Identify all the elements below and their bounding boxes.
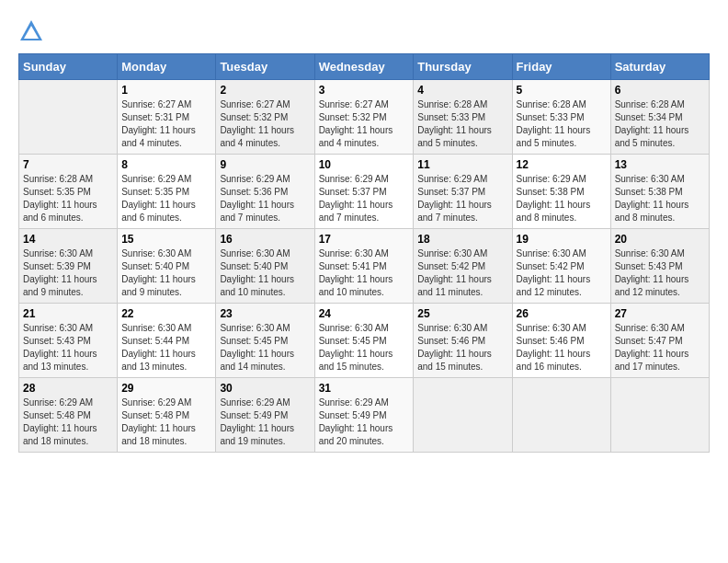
calendar-cell: 24Sunrise: 6:30 AM Sunset: 5:45 PM Dayli… (314, 304, 414, 378)
day-number: 6 (615, 84, 705, 97)
day-info: Sunrise: 6:30 AM Sunset: 5:41 PM Dayligh… (319, 247, 410, 299)
calendar-cell: 29Sunrise: 6:29 AM Sunset: 5:48 PM Dayli… (118, 378, 216, 453)
calendar-cell: 25Sunrise: 6:30 AM Sunset: 5:46 PM Dayli… (414, 304, 512, 378)
calendar-cell (512, 378, 610, 453)
day-number: 24 (319, 307, 410, 320)
day-number: 5 (517, 84, 607, 97)
day-number: 21 (23, 307, 113, 320)
calendar-cell: 31Sunrise: 6:29 AM Sunset: 5:49 PM Dayli… (314, 378, 414, 453)
calendar-cell: 11Sunrise: 6:29 AM Sunset: 5:37 PM Dayli… (414, 155, 512, 229)
day-number: 1 (121, 84, 211, 97)
day-header-monday: Monday (118, 54, 216, 80)
calendar-week-2: 7Sunrise: 6:28 AM Sunset: 5:35 PM Daylig… (19, 155, 710, 229)
day-number: 26 (517, 307, 607, 320)
day-info: Sunrise: 6:30 AM Sunset: 5:47 PM Dayligh… (615, 322, 705, 373)
calendar-cell: 20Sunrise: 6:30 AM Sunset: 5:43 PM Dayli… (610, 229, 709, 304)
day-info: Sunrise: 6:29 AM Sunset: 5:49 PM Dayligh… (220, 396, 310, 448)
calendar-header: SundayMondayTuesdayWednesdayThursdayFrid… (19, 54, 710, 80)
day-number: 19 (517, 233, 607, 246)
calendar-week-3: 14Sunrise: 6:30 AM Sunset: 5:39 PM Dayli… (19, 229, 710, 304)
day-info: Sunrise: 6:29 AM Sunset: 5:35 PM Dayligh… (121, 173, 211, 224)
day-number: 18 (417, 233, 507, 246)
day-number: 9 (220, 158, 310, 171)
day-info: Sunrise: 6:30 AM Sunset: 5:42 PM Dayligh… (417, 247, 507, 299)
day-info: Sunrise: 6:30 AM Sunset: 5:39 PM Dayligh… (23, 247, 113, 299)
day-info: Sunrise: 6:29 AM Sunset: 5:37 PM Dayligh… (417, 173, 507, 224)
calendar-cell: 1Sunrise: 6:27 AM Sunset: 5:31 PM Daylig… (118, 80, 216, 155)
calendar-cell (610, 378, 709, 453)
day-info: Sunrise: 6:30 AM Sunset: 5:38 PM Dayligh… (615, 173, 705, 224)
days-header-row: SundayMondayTuesdayWednesdayThursdayFrid… (19, 54, 710, 80)
day-info: Sunrise: 6:30 AM Sunset: 5:40 PM Dayligh… (220, 247, 310, 299)
day-number: 23 (220, 307, 310, 320)
day-header-thursday: Thursday (414, 54, 512, 80)
calendar-cell: 23Sunrise: 6:30 AM Sunset: 5:45 PM Dayli… (216, 304, 314, 378)
day-info: Sunrise: 6:30 AM Sunset: 5:46 PM Dayligh… (517, 322, 607, 373)
day-info: Sunrise: 6:28 AM Sunset: 5:33 PM Dayligh… (417, 98, 507, 150)
day-number: 31 (319, 382, 410, 395)
calendar-cell: 7Sunrise: 6:28 AM Sunset: 5:35 PM Daylig… (19, 155, 118, 229)
day-number: 4 (417, 84, 507, 97)
day-info: Sunrise: 6:30 AM Sunset: 5:43 PM Dayligh… (23, 322, 113, 373)
day-number: 30 (220, 382, 310, 395)
day-number: 3 (319, 84, 410, 97)
calendar-week-1: 1Sunrise: 6:27 AM Sunset: 5:31 PM Daylig… (19, 80, 710, 155)
day-info: Sunrise: 6:30 AM Sunset: 5:45 PM Dayligh… (220, 322, 310, 373)
day-header-wednesday: Wednesday (314, 54, 414, 80)
day-header-tuesday: Tuesday (216, 54, 314, 80)
calendar-cell: 26Sunrise: 6:30 AM Sunset: 5:46 PM Dayli… (512, 304, 610, 378)
day-number: 22 (121, 307, 211, 320)
calendar-cell: 2Sunrise: 6:27 AM Sunset: 5:32 PM Daylig… (216, 80, 314, 155)
page-header (18, 18, 710, 44)
calendar-cell: 28Sunrise: 6:29 AM Sunset: 5:48 PM Dayli… (19, 378, 118, 453)
day-info: Sunrise: 6:28 AM Sunset: 5:34 PM Dayligh… (615, 98, 705, 150)
day-number: 13 (615, 158, 705, 171)
day-info: Sunrise: 6:28 AM Sunset: 5:35 PM Dayligh… (23, 173, 113, 224)
calendar-cell: 6Sunrise: 6:28 AM Sunset: 5:34 PM Daylig… (610, 80, 709, 155)
day-number: 20 (615, 233, 705, 246)
day-info: Sunrise: 6:30 AM Sunset: 5:45 PM Dayligh… (319, 322, 410, 373)
day-info: Sunrise: 6:27 AM Sunset: 5:32 PM Dayligh… (220, 98, 310, 150)
day-number: 27 (615, 307, 705, 320)
day-info: Sunrise: 6:30 AM Sunset: 5:46 PM Dayligh… (417, 322, 507, 373)
calendar-cell: 8Sunrise: 6:29 AM Sunset: 5:35 PM Daylig… (118, 155, 216, 229)
day-info: Sunrise: 6:30 AM Sunset: 5:42 PM Dayligh… (517, 247, 607, 299)
day-number: 29 (121, 382, 211, 395)
day-info: Sunrise: 6:29 AM Sunset: 5:37 PM Dayligh… (319, 173, 410, 224)
calendar-cell: 4Sunrise: 6:28 AM Sunset: 5:33 PM Daylig… (414, 80, 512, 155)
day-info: Sunrise: 6:29 AM Sunset: 5:38 PM Dayligh… (517, 173, 607, 224)
calendar-cell: 10Sunrise: 6:29 AM Sunset: 5:37 PM Dayli… (314, 155, 414, 229)
calendar-week-4: 21Sunrise: 6:30 AM Sunset: 5:43 PM Dayli… (19, 304, 710, 378)
calendar-cell: 17Sunrise: 6:30 AM Sunset: 5:41 PM Dayli… (314, 229, 414, 304)
day-number: 12 (517, 158, 607, 171)
calendar-cell: 22Sunrise: 6:30 AM Sunset: 5:44 PM Dayli… (118, 304, 216, 378)
day-number: 14 (23, 233, 113, 246)
calendar-cell: 14Sunrise: 6:30 AM Sunset: 5:39 PM Dayli… (19, 229, 118, 304)
calendar-table: SundayMondayTuesdayWednesdayThursdayFrid… (18, 53, 710, 453)
logo (18, 18, 48, 44)
calendar-cell: 3Sunrise: 6:27 AM Sunset: 5:32 PM Daylig… (314, 80, 414, 155)
calendar-cell: 13Sunrise: 6:30 AM Sunset: 5:38 PM Dayli… (610, 155, 709, 229)
day-info: Sunrise: 6:28 AM Sunset: 5:33 PM Dayligh… (517, 98, 607, 150)
day-number: 16 (220, 233, 310, 246)
calendar-cell: 21Sunrise: 6:30 AM Sunset: 5:43 PM Dayli… (19, 304, 118, 378)
calendar-cell: 16Sunrise: 6:30 AM Sunset: 5:40 PM Dayli… (216, 229, 314, 304)
day-header-friday: Friday (512, 54, 610, 80)
day-number: 10 (319, 158, 410, 171)
day-info: Sunrise: 6:27 AM Sunset: 5:32 PM Dayligh… (319, 98, 410, 150)
day-info: Sunrise: 6:29 AM Sunset: 5:49 PM Dayligh… (319, 396, 410, 448)
calendar-cell (19, 80, 118, 155)
day-header-saturday: Saturday (610, 54, 709, 80)
day-info: Sunrise: 6:30 AM Sunset: 5:43 PM Dayligh… (615, 247, 705, 299)
day-info: Sunrise: 6:27 AM Sunset: 5:31 PM Dayligh… (121, 98, 211, 150)
calendar-week-5: 28Sunrise: 6:29 AM Sunset: 5:48 PM Dayli… (19, 378, 710, 453)
day-header-sunday: Sunday (19, 54, 118, 80)
day-info: Sunrise: 6:30 AM Sunset: 5:44 PM Dayligh… (121, 322, 211, 373)
calendar-body: 1Sunrise: 6:27 AM Sunset: 5:31 PM Daylig… (19, 80, 710, 453)
calendar-cell: 9Sunrise: 6:29 AM Sunset: 5:36 PM Daylig… (216, 155, 314, 229)
day-info: Sunrise: 6:29 AM Sunset: 5:48 PM Dayligh… (23, 396, 113, 448)
day-number: 28 (23, 382, 113, 395)
calendar-cell: 30Sunrise: 6:29 AM Sunset: 5:49 PM Dayli… (216, 378, 314, 453)
day-info: Sunrise: 6:29 AM Sunset: 5:48 PM Dayligh… (121, 396, 211, 448)
day-info: Sunrise: 6:30 AM Sunset: 5:40 PM Dayligh… (121, 247, 211, 299)
